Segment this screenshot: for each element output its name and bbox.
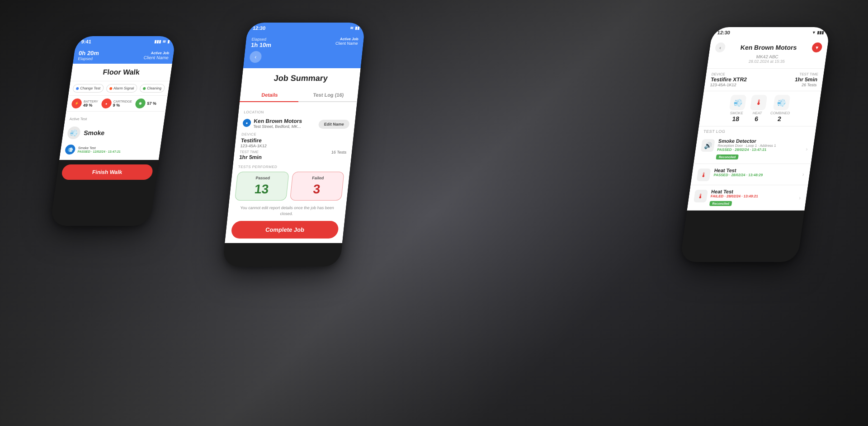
tab-cleaning[interactable]: Cleaning (139, 84, 165, 93)
phone1-title: Floor Walk (70, 64, 172, 81)
stat-third: ◉ 57 % (135, 98, 157, 108)
battery-value: 49 % (83, 103, 98, 108)
passed-label: Passed (241, 176, 285, 180)
battery-icon: ▮ (167, 39, 170, 44)
third-circle: ◉ (135, 98, 146, 108)
log-icon-0: 🔊 (701, 139, 715, 152)
tests-row: Passed 13 Failed 3 (235, 172, 344, 201)
phone3-subtitle: MK42 ABC (714, 54, 821, 59)
test-time-label: TEST TIME (240, 150, 263, 154)
phone3-time: 12:30 (717, 30, 731, 35)
badge-reconciled-2: Reconciled (709, 201, 732, 206)
warning-text: You cannot edit report details once the … (233, 205, 341, 216)
phone2-status-bar: 12:30 ≋ ▮▮ (247, 23, 366, 33)
tab-details[interactable]: Details (240, 89, 300, 102)
p2-signal-icon: ▮▮ (355, 26, 360, 30)
phone1-content: Active Test 💨 Smoke 💨 Smoke Test PASSED … (59, 112, 165, 160)
phone3-status-bar: 12:30 ▼ ▮▮▮ (711, 27, 830, 38)
passed-count: 13 (239, 182, 284, 197)
scene: 9:41 ▮▮▮ ≋ ▮ 0h 20m Elapsed Active Job C… (0, 0, 868, 426)
log-name-1: Heat Test (714, 168, 800, 173)
smoke-name: Smoke (83, 129, 105, 136)
smoke-test-icon: 💨 (65, 145, 76, 154)
device-name: Testifire (241, 137, 348, 144)
p3-test-time: 1hr 5min (794, 76, 818, 83)
complete-job-button[interactable]: Complete Job (231, 221, 339, 239)
tab-change-test-label: Change Test (80, 86, 101, 90)
log-loc-0: Reception Door · Loop 1 · Address 1 (717, 144, 803, 148)
phone1-tabs: Change Test Alarm Signal Cleaning (68, 81, 170, 96)
heat-stat-val: 6 (748, 115, 764, 122)
phone3-alert-icon: ▼ (811, 42, 823, 52)
log-status-2: FAILED · 28/02/24 · 13:49:21 (710, 194, 796, 198)
smoke-stat-label: SMOKE (729, 111, 745, 115)
log-content-2: Heat Test FAILED · 28/02/24 · 13:49:21 R… (709, 189, 797, 206)
p3-device-label: DEVICE (711, 72, 748, 76)
edit-name-button[interactable]: Edit Name (318, 120, 350, 129)
p3-tests-count: 26 Tests (794, 83, 817, 87)
combined-stat-label: COMBINED (770, 111, 790, 115)
tab-change-test[interactable]: Change Test (72, 84, 104, 93)
log-status-1: PASSED · 28/02/24 · 13:48:29 (713, 173, 799, 177)
combined-stat-icon: 💨 (773, 95, 791, 110)
heat-stat-label: HEAT (750, 111, 765, 115)
p3-device-name: Testifire XTR2 (710, 76, 747, 83)
smoke-item: 💨 Smoke (66, 123, 159, 143)
p3-stat-smoke: 💨 SMOKE 18 (727, 95, 747, 122)
tab-alarm-signal[interactable]: Alarm Signal (106, 84, 138, 93)
smoke-device-icon: 💨 (66, 126, 81, 139)
chevron-icon-0: › (806, 146, 808, 152)
battery-circle: ⚡ (71, 98, 82, 108)
tab-dot-change (76, 87, 79, 90)
log-item-1[interactable]: 🌡 Heat Test PASSED · 28/02/24 · 13:48:29… (690, 164, 811, 185)
phone2-title: Job Summary (241, 68, 361, 89)
location-label: LOCATION (244, 110, 351, 114)
phone2-header: Elapsed 1h 10m Active Job Client Name ‹ (243, 33, 364, 68)
log-content-1: Heat Test PASSED · 28/02/24 · 13:48:29 (713, 168, 800, 177)
device-id: 123-45A-1K12 (240, 144, 347, 148)
phone1-elapsed-label: Elapsed (78, 56, 99, 61)
smoke-test-row: 💨 Smoke Test PASSED · 12/02/24 · 13:47:2… (65, 145, 156, 154)
phone1-status-icons: ▮▮▮ ≋ ▮ (154, 39, 170, 44)
phone3-date: 28.02.2024 at 15:35 (713, 59, 820, 64)
location-icon: ● (242, 119, 251, 127)
signal-icon: ▮▮▮ (154, 39, 161, 44)
log-item-0[interactable]: 🔊 Smoke Detector Reception Door · Loop 1… (693, 135, 815, 164)
phone3-back-button[interactable]: ‹ (715, 42, 726, 52)
third-value: 57 % (147, 101, 157, 106)
phone2-top-row: Elapsed 1h 10m Active Job Client Name (250, 37, 359, 48)
tab-test-log[interactable]: Test Log (16) (298, 89, 359, 101)
p3-device-id: 123-45A-1K12 (710, 83, 746, 87)
phone2-elapsed-label: Elapsed (251, 37, 272, 42)
tab-cleaning-label: Cleaning (147, 86, 162, 90)
phone1-client: Client Name (143, 55, 169, 60)
log-icon-2: 🌡 (693, 190, 708, 202)
phone1-header: 0h 20m Elapsed Active Job Client Name (73, 47, 175, 64)
tests-performed-label: TESTS PERFORMED (238, 165, 345, 169)
phone3-nav: ‹ Ken Brown Motors ▼ (715, 42, 823, 52)
log-item-2[interactable]: 🌡 Heat Test FAILED · 28/02/24 · 13:49:21… (687, 185, 808, 211)
phone2-client-name: Client Name (335, 41, 358, 46)
failed-card: Failed 3 (290, 172, 344, 201)
phone3-header: ‹ Ken Brown Motors ▼ MK42 ABC 28.02.2024… (707, 38, 829, 69)
combined-stat-val: 2 (769, 115, 789, 122)
p3-test-time-label: TEST TIME (795, 72, 818, 76)
test-time: 1hr 5min (239, 154, 262, 160)
location-address: Test Street, Bedford, MK... (253, 124, 302, 129)
phone1-time: 9:41 (81, 39, 92, 44)
log-content-0: Smoke Detector Reception Door · Loop 1 ·… (716, 138, 804, 160)
phone2-back-button[interactable]: ‹ (249, 51, 262, 63)
tests-section: TESTS PERFORMED Passed 13 Failed 3 (235, 165, 345, 201)
p3-signal-icon: ▼ (811, 30, 816, 35)
log-icon-1: 🌡 (697, 169, 711, 181)
finish-walk-button[interactable]: Finish Walk (61, 164, 154, 180)
smoke-stat-val: 18 (727, 115, 744, 122)
battery-label: BATTERY (84, 100, 99, 103)
tab-dot-alarm (109, 87, 113, 90)
device-label: DEVICE (241, 132, 349, 136)
phone3-status-icons: ▼ ▮▮▮ (811, 30, 824, 35)
location-name: Ken Brown Motors (254, 118, 302, 124)
log-name-0: Smoke Detector (718, 138, 804, 144)
chevron-icon-1: › (802, 171, 805, 178)
log-status-0: PASSED · 28/02/24 · 13:47:21 (717, 148, 802, 152)
